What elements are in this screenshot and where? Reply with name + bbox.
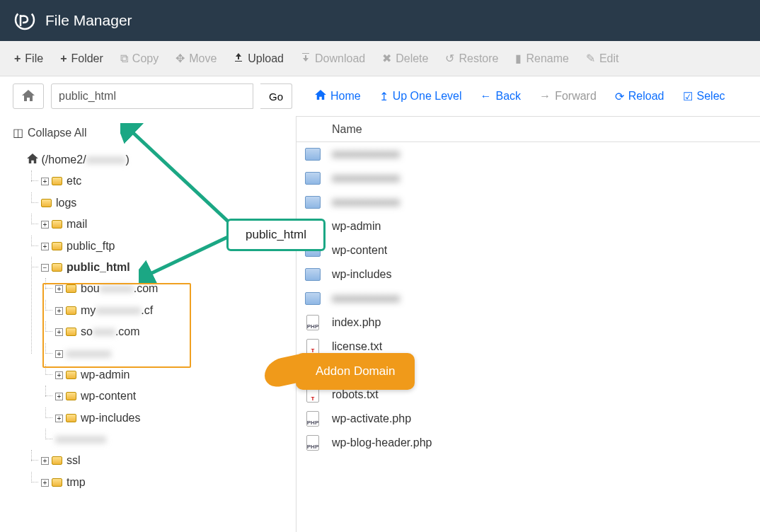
tree-addon-3[interactable]: +soxxxx.com — [55, 321, 283, 342]
upload-button[interactable]: Upload — [234, 52, 284, 65]
go-button[interactable]: Go — [260, 83, 292, 109]
expand-toggle[interactable]: + — [55, 350, 63, 358]
check-icon: ☑ — [683, 90, 693, 103]
home-icon — [315, 90, 326, 103]
php-file-icon: PHP — [304, 411, 322, 427]
file-name: xxxxxxxxxxxx — [332, 148, 400, 161]
file-row[interactable]: xxxxxxxxxxxx — [296, 190, 760, 214]
file-name: xxxxxxxxxxxx — [332, 172, 400, 185]
file-row[interactable]: wp-admin — [296, 214, 760, 238]
folder-icon — [52, 242, 62, 250]
file-name: robots.txt — [332, 388, 379, 401]
svg-point-0 — [16, 11, 34, 29]
tree-wp-admin[interactable]: +wp-admin — [55, 364, 283, 386]
expand-toggle[interactable]: − — [41, 264, 49, 272]
file-row[interactable]: xxxxxxxxxxxx — [296, 166, 760, 190]
expand-toggle[interactable]: + — [55, 415, 63, 422]
folder-tree: (/home2/xxxxxxx) +etc logs +mail +public… — [13, 149, 283, 493]
restore-icon: ↺ — [445, 52, 454, 65]
expand-toggle[interactable]: + — [41, 457, 49, 465]
folder-icon — [66, 392, 76, 400]
nav-reload[interactable]: ⟳Reload — [615, 90, 664, 103]
php-file-icon: PHP — [304, 315, 322, 330]
tree-wp-content[interactable]: +wp-content — [55, 386, 283, 407]
expand-toggle[interactable]: + — [55, 393, 63, 400]
delete-button[interactable]: ✖Delete — [382, 52, 428, 65]
app-header: File Manager — [0, 0, 760, 41]
tree-addon-1[interactable]: +bouxxxxxx.com — [55, 278, 283, 299]
folder-icon — [304, 170, 322, 186]
nav-forward: →Forward — [539, 90, 597, 103]
folder-icon — [304, 267, 322, 282]
folder-icon — [52, 263, 62, 272]
expand-toggle[interactable]: + — [41, 479, 49, 487]
restore-button[interactable]: ↺Restore — [445, 52, 498, 65]
file-row[interactable]: PHPwp-blog-header.php — [296, 431, 760, 455]
tree-tmp[interactable]: +tmp — [41, 472, 283, 493]
column-name[interactable]: Name — [296, 123, 362, 136]
download-icon — [301, 52, 311, 65]
folder-icon — [66, 414, 76, 422]
home-icon — [22, 90, 35, 103]
file-name: wp-activate.php — [332, 412, 411, 425]
file-row[interactable]: wp-content — [296, 238, 760, 262]
tree-public-html[interactable]: −public_html +bouxxxxxx.com +myxxxxxxxx.… — [41, 257, 283, 451]
file-list-panel: Name xxxxxxxxxxxxxxxxxxxxxxxxxxxxxxxxxxx… — [296, 116, 760, 532]
file-row[interactable]: wp-includes — [296, 262, 760, 287]
path-input[interactable] — [51, 83, 253, 109]
file-name: xxxxxxxxxxxx — [332, 292, 400, 305]
expand-toggle[interactable]: + — [41, 178, 49, 185]
expand-toggle[interactable]: + — [55, 285, 63, 293]
new-file-button[interactable]: +File — [14, 52, 43, 65]
tree-logs[interactable]: logs — [41, 192, 283, 214]
expand-toggle[interactable]: + — [41, 221, 49, 229]
new-folder-button[interactable]: +Folder — [60, 52, 103, 65]
tree-addon-4[interactable]: +xxxxxxxx — [55, 343, 283, 364]
back-arrow-icon: ← — [480, 90, 492, 103]
reload-icon: ⟳ — [615, 90, 624, 103]
app-title: File Manager — [45, 12, 132, 29]
file-list-body: xxxxxxxxxxxxxxxxxxxxxxxxxxxxxxxxxxxxwp-a… — [296, 142, 760, 455]
expand-toggle[interactable]: + — [55, 328, 63, 336]
file-name: wp-includes — [332, 268, 391, 281]
folder-icon — [66, 328, 76, 336]
tree-wp-includes[interactable]: +wp-includes — [55, 407, 283, 429]
file-name: wp-admin — [332, 220, 381, 233]
txt-file-icon: T — [304, 339, 322, 354]
folder-icon — [52, 220, 62, 229]
nav-back[interactable]: ←Back — [480, 90, 522, 103]
file-name: xxxxxxxxxxxx — [332, 196, 400, 209]
rename-button[interactable]: ▮Rename — [515, 52, 568, 65]
home-icon-button[interactable] — [13, 83, 44, 109]
php-file-icon: PHP — [304, 435, 322, 451]
edit-button[interactable]: ✎Edit — [586, 52, 619, 65]
nav-home[interactable]: Home — [315, 90, 361, 103]
rename-icon: ▮ — [515, 52, 522, 65]
file-row[interactable]: xxxxxxxxxxxx — [296, 142, 760, 166]
file-row[interactable]: PHPindex.php — [296, 311, 760, 335]
collapse-all-button[interactable]: ◫ Collapse All — [13, 126, 283, 139]
copy-button[interactable]: ⧉Copy — [120, 52, 159, 65]
tree-etc[interactable]: +etc — [41, 170, 283, 192]
folder-icon — [66, 284, 76, 293]
annotation-addon-domain: Addon Domain — [296, 353, 415, 390]
folder-icon — [41, 199, 52, 207]
file-row[interactable]: PHPwp-activate.php — [296, 407, 760, 431]
file-name: wp-blog-header.php — [332, 436, 432, 449]
tree-blurred-item[interactable]: xxxxxxxxx — [55, 429, 283, 450]
nav-up[interactable]: ↥Up One Level — [379, 90, 462, 103]
expand-toggle[interactable]: + — [55, 371, 63, 379]
folder-icon — [66, 371, 76, 379]
file-row[interactable]: xxxxxxxxxxxx — [296, 287, 760, 311]
tree-ssl[interactable]: +ssl — [41, 450, 283, 471]
move-button[interactable]: ✥Move — [175, 52, 217, 65]
expand-toggle[interactable]: + — [55, 307, 63, 315]
download-button[interactable]: Download — [301, 52, 365, 65]
nav-select-all[interactable]: ☑Selec — [683, 90, 725, 103]
expand-toggle[interactable]: + — [41, 243, 49, 250]
location-bar: Go Home ↥Up One Level ←Back →Forward ⟳Re… — [0, 76, 760, 116]
tree-addon-2[interactable]: +myxxxxxxxx.cf — [55, 300, 283, 321]
plus-icon: + — [60, 52, 67, 65]
tree-root[interactable]: (/home2/xxxxxxx) +etc logs +mail +public… — [27, 149, 283, 493]
annotation-public-html: public_html — [226, 219, 326, 251]
